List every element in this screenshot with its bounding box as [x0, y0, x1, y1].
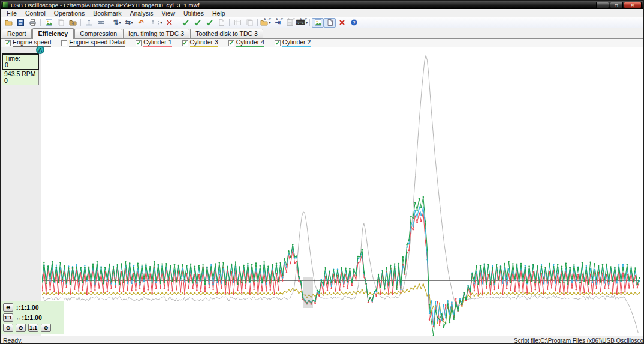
zoom-vertical-out-button[interactable]: ⊖: [3, 324, 13, 332]
channel-label: Engine speed: [13, 39, 51, 47]
undo-button[interactable]: ↶: [135, 18, 147, 28]
channel-checkbox[interactable]: ✓: [275, 40, 281, 46]
channel-checkbox[interactable]: ✓: [182, 40, 188, 46]
tab-compression[interactable]: Compression: [74, 29, 122, 38]
rpm-value: 0: [4, 77, 37, 84]
arrows-v-icon: ⇅: [113, 19, 118, 26]
send-folder-button[interactable]: [67, 18, 79, 28]
channel-cylinder-1[interactable]: ✓Cylinder 1: [136, 39, 171, 47]
maximize-button[interactable]: ◻: [610, 2, 623, 8]
zoom-vertical-in-button[interactable]: ⊕: [3, 303, 13, 312]
toolbar-separator: [80, 19, 81, 26]
tab-bar: ReportEfficiencyCompressionIgn. timing t…: [1, 28, 643, 39]
menu-utilities[interactable]: Utilities: [179, 9, 208, 17]
tab-toothed-disk-to-tdc-3[interactable]: Toothed disk to TDC 3: [190, 29, 263, 38]
dropdown-arrow-icon[interactable]: ▾: [160, 20, 162, 25]
convert-run-button[interactable]: ⇥A→C: [272, 18, 284, 28]
tab-efficiency[interactable]: Efficiency: [32, 28, 74, 39]
print-button[interactable]: [26, 18, 38, 28]
channel-checkbox[interactable]: ✓: [228, 40, 234, 46]
zoom-horizontal-in-button[interactable]: ⊕: [41, 324, 51, 332]
menu-view[interactable]: View: [158, 9, 180, 17]
channel-checkbox[interactable]: ✓: [5, 40, 11, 46]
x-red-icon: [338, 19, 346, 26]
menu-file[interactable]: File: [2, 9, 21, 17]
horizontal-scale-button[interactable]: ⇆▾: [123, 18, 135, 28]
delete-region-button[interactable]: [163, 18, 175, 28]
close-button[interactable]: ✕: [624, 2, 642, 8]
channel-engine-speed-detail[interactable]: Engine speed Detail: [61, 39, 125, 47]
folder-dark-icon: [69, 19, 77, 26]
apply-button[interactable]: [179, 18, 191, 28]
channel-cylinder-2[interactable]: ✓Cylinder 2: [275, 39, 311, 47]
channel-toggle-bar: ✓Engine speedEngine speed Detail✓Cylinde…: [1, 39, 643, 47]
help-icon: ?: [350, 19, 358, 26]
selection-band[interactable]: [303, 277, 313, 308]
open-button[interactable]: [2, 18, 14, 28]
level-marker-button[interactable]: [83, 18, 95, 28]
tab-report[interactable]: Report: [2, 29, 32, 38]
cylinder-4-trace: [42, 196, 640, 336]
channel-label: Engine speed Detail: [69, 39, 125, 47]
dropdown-arrow-icon[interactable]: ▾: [119, 20, 121, 25]
status-message: Ready.: [1, 337, 23, 344]
zoom-horizontal-out-button[interactable]: ⊖: [16, 324, 26, 332]
channel-checkbox[interactable]: ✓: [136, 40, 142, 46]
time-value: 0: [5, 62, 36, 68]
cross-red-icon: [165, 19, 173, 26]
zoom-row-vertical: ⊕ ↕:1:1.00: [3, 303, 62, 312]
zoom-vertical-reset-button[interactable]: 1:1: [3, 313, 13, 322]
channel-engine-speed[interactable]: ✓Engine speed: [5, 39, 51, 47]
menu-help[interactable]: Help: [208, 9, 230, 17]
save-button[interactable]: [14, 18, 26, 28]
menu-operations[interactable]: Operations: [50, 9, 89, 17]
channel-label: Cylinder 1: [143, 39, 171, 47]
channel-cylinder-3[interactable]: ✓Cylinder 3: [182, 39, 218, 47]
tsquare-icon: [85, 19, 93, 26]
report-view-button[interactable]: [324, 18, 336, 28]
image-icon: [314, 19, 322, 26]
shortcut-keys-button[interactable]: ⌨A→C▾: [296, 18, 308, 28]
dropdown-arrow-icon[interactable]: ▾: [269, 20, 270, 25]
apply-forward-button[interactable]: [191, 18, 203, 28]
window-title: USB Oscilloscope - C:\temp\Autoscope3\Px…: [11, 2, 595, 8]
toolbar-separator: [257, 19, 258, 26]
channel-checkbox[interactable]: [61, 40, 67, 46]
check-icon: [194, 19, 201, 26]
script-file-path: Script file:C:\Program Files (x86)\USB O…: [510, 336, 643, 344]
zoom-horizontal-reset-button[interactable]: 1:1: [28, 324, 38, 332]
zoom-panel: ⊕ ↕:1:1.00 1:1 ↔:1:1.00 ⊖⊖1:1⊕: [1, 301, 64, 334]
dropdown-arrow-icon[interactable]: ▾: [306, 20, 308, 25]
svg-text:?: ?: [353, 20, 356, 25]
menu-analysis[interactable]: Analysis: [125, 9, 157, 17]
dropdown-arrow-icon[interactable]: ▾: [131, 20, 133, 25]
delete-button[interactable]: [336, 18, 348, 28]
graph-view-button[interactable]: [312, 18, 324, 28]
menu-bookmark[interactable]: Bookmark: [89, 9, 125, 17]
vertical-scale-button[interactable]: ⇅▾: [111, 18, 123, 28]
export-image-button[interactable]: [43, 18, 55, 28]
waveform-svg: [42, 47, 644, 336]
bookmark-a-marker[interactable]: A: [36, 46, 44, 54]
pages-icon: [57, 19, 65, 26]
toolbar-separator: [40, 19, 41, 26]
pages-icon: [246, 19, 254, 26]
zoom-row-horizontal: 1:1 ↔:1:1.00: [3, 313, 62, 322]
rpm-readout: 943.5 RPM 0: [2, 70, 39, 85]
menu-bar: FileControlOperationsBookmarkAnalysisVie…: [1, 9, 643, 17]
channel-cylinder-4[interactable]: ✓Cylinder 4: [228, 39, 264, 47]
help-button[interactable]: ?: [348, 18, 360, 28]
floppy-icon: [17, 19, 25, 26]
time-marker-button[interactable]: [95, 18, 107, 28]
apply-all-button[interactable]: [203, 18, 215, 28]
convert-open-button[interactable]: A→C▾: [260, 18, 272, 28]
vertical-scale-readout: ↕:1:1.00: [16, 304, 39, 311]
waveform-chart[interactable]: [42, 47, 643, 336]
convert-badge: A→C: [264, 18, 271, 21]
status-bar: Ready. Script file:C:\Program Files (x86…: [1, 336, 643, 344]
menu-control[interactable]: Control: [21, 9, 50, 17]
minimize-button[interactable]: ─: [596, 2, 609, 8]
select-region-button[interactable]: ▾: [151, 18, 163, 28]
channel-label: Cylinder 4: [236, 39, 264, 47]
tab-ign-timing-to-tdc-3[interactable]: Ign. timing to TDC 3: [123, 29, 189, 38]
